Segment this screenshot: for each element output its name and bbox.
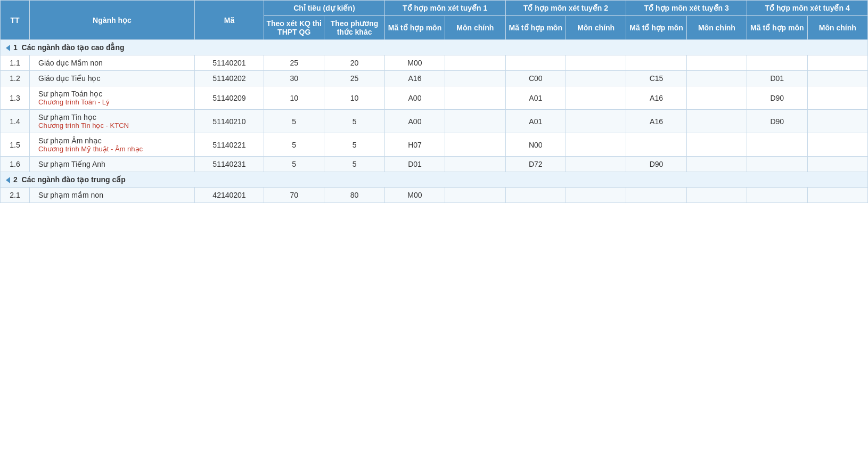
cell-mc3	[686, 110, 747, 133]
cell-mh3: C15	[626, 71, 686, 86]
cell-mc2	[566, 86, 626, 110]
cell-ma: 51140210	[195, 110, 264, 133]
header-tt: TT	[1, 1, 30, 40]
cell-mh3	[626, 133, 686, 157]
header-mh4: Mã tổ hợp môn	[747, 16, 807, 40]
table-body: 1 Các ngành đào tạo cao đẳng1.1Giáo dục …	[1, 40, 868, 203]
cell-mc1	[445, 86, 505, 110]
cell-mh2: A01	[505, 110, 566, 133]
cell-ct2: 5	[324, 110, 384, 133]
table-row: 1.6Sư phạm Tiếng Anh5114023155D01D72D90	[1, 157, 868, 172]
cell-mh1: D01	[384, 157, 445, 172]
group-row: 1 Các ngành đào tạo cao đẳng	[1, 40, 868, 55]
cell-mh3: A16	[626, 86, 686, 110]
nganh-main: Sư phạm Tin học	[38, 113, 192, 121]
cell-nganh: Sư phạm Tin họcChương trình Tin học - KT…	[30, 110, 195, 133]
cell-mc1	[445, 157, 505, 172]
nganh-sub: Chương trình Toán - Lý	[38, 98, 192, 106]
header-chitieu-group: Chỉ tiêu (dự kiến)	[264, 1, 385, 16]
cell-mc1	[445, 71, 505, 86]
cell-mh3	[626, 55, 686, 71]
cell-mc2	[566, 110, 626, 133]
cell-ct2: 5	[324, 157, 384, 172]
cell-ct2: 5	[324, 133, 384, 157]
nganh-main: Sư phạm Toán học	[38, 90, 192, 98]
cell-tt: 1.4	[1, 110, 30, 133]
cell-mc3	[686, 157, 747, 172]
cell-mc1	[445, 110, 505, 133]
table-row: 1.5Sư phạm Âm nhạcChương trình Mỹ thuật …	[1, 133, 868, 157]
triangle-icon	[6, 45, 10, 51]
cell-mh2: D72	[505, 157, 566, 172]
nganh-main: Sư phạm Âm nhạc	[38, 136, 192, 145]
cell-nganh: Sư phạm Toán họcChương trình Toán - Lý	[30, 86, 195, 110]
triangle-icon	[6, 177, 10, 183]
cell-mc3	[686, 71, 747, 86]
cell-mh2	[505, 55, 566, 71]
table-wrapper: TT Ngành học Mã Chỉ tiêu (dự kiến) Tổ hợ…	[0, 0, 868, 203]
header-mh1: Mã tổ hợp môn	[384, 16, 445, 40]
header-mh3: Mã tổ hợp môn	[626, 16, 686, 40]
cell-ct1: 25	[264, 55, 324, 71]
cell-ma: 51140202	[195, 71, 264, 86]
cell-mh4	[747, 157, 807, 172]
cell-mc2	[566, 157, 626, 172]
table-row: 1.4Sư phạm Tin họcChương trình Tin học -…	[1, 110, 868, 133]
cell-mh1: M00	[384, 55, 445, 71]
header-tohop4-group: Tổ hợp môn xét tuyển 4	[747, 1, 868, 16]
cell-ma: 51140201	[195, 55, 264, 71]
cell-ma: 51140221	[195, 133, 264, 157]
cell-mc4	[807, 157, 867, 172]
header-tohop2-group: Tổ hợp môn xét tuyển 2	[505, 1, 626, 16]
cell-ct2: 25	[324, 71, 384, 86]
table-row: 2.1Sư phạm mầm non421402017080M00	[1, 188, 868, 203]
cell-tt: 2.1	[1, 188, 30, 203]
header-tohop1-group: Tổ hợp môn xét tuyển 1	[384, 1, 505, 16]
cell-tt: 1.1	[1, 55, 30, 71]
cell-mc3	[686, 133, 747, 157]
cell-ct1: 5	[264, 133, 324, 157]
main-table: TT Ngành học Mã Chỉ tiêu (dự kiến) Tổ hợ…	[0, 0, 868, 203]
cell-mc4	[807, 71, 867, 86]
group-label: 2 Các ngành đào tạo trung cấp	[1, 172, 868, 188]
header-ct2: Theo phương thức khác	[324, 16, 384, 40]
cell-mc1	[445, 188, 505, 203]
cell-mh4: D90	[747, 110, 807, 133]
cell-mc2	[566, 188, 626, 203]
header-mc3: Môn chính	[686, 16, 747, 40]
cell-tt: 1.5	[1, 133, 30, 157]
header-tohop3-group: Tổ hợp môn xét tuyển 3	[626, 1, 747, 16]
cell-mh4	[747, 188, 807, 203]
cell-nganh: Sư phạm mầm non	[30, 188, 195, 203]
cell-ct1: 10	[264, 86, 324, 110]
cell-mh4	[747, 55, 807, 71]
header-mh2: Mã tổ hợp môn	[505, 16, 566, 40]
cell-mc4	[807, 110, 867, 133]
cell-mc1	[445, 55, 505, 71]
cell-mc2	[566, 133, 626, 157]
cell-mc2	[566, 71, 626, 86]
group-row: 2 Các ngành đào tạo trung cấp	[1, 172, 868, 188]
cell-nganh: Sư phạm Âm nhạcChương trình Mỹ thuật - Â…	[30, 133, 195, 157]
cell-ma: 42140201	[195, 188, 264, 203]
header-mc4: Môn chính	[807, 16, 867, 40]
cell-mc1	[445, 133, 505, 157]
cell-mh1: A00	[384, 86, 445, 110]
cell-ct2: 80	[324, 188, 384, 203]
table-row: 1.3Sư phạm Toán họcChương trình Toán - L…	[1, 86, 868, 110]
cell-ct2: 10	[324, 86, 384, 110]
cell-mc3	[686, 55, 747, 71]
nganh-sub: Chương trình Tin học - KTCN	[38, 121, 192, 129]
cell-mc4	[807, 133, 867, 157]
cell-mh4	[747, 133, 807, 157]
cell-ct1: 5	[264, 110, 324, 133]
header-mc2: Môn chính	[566, 16, 626, 40]
cell-mh2: A01	[505, 86, 566, 110]
cell-mh1: M00	[384, 188, 445, 203]
cell-mh1: A16	[384, 71, 445, 86]
cell-ma: 51140231	[195, 157, 264, 172]
cell-mh4: D90	[747, 86, 807, 110]
cell-ct1: 30	[264, 71, 324, 86]
header-ma: Mã	[195, 1, 264, 40]
cell-mc4	[807, 188, 867, 203]
